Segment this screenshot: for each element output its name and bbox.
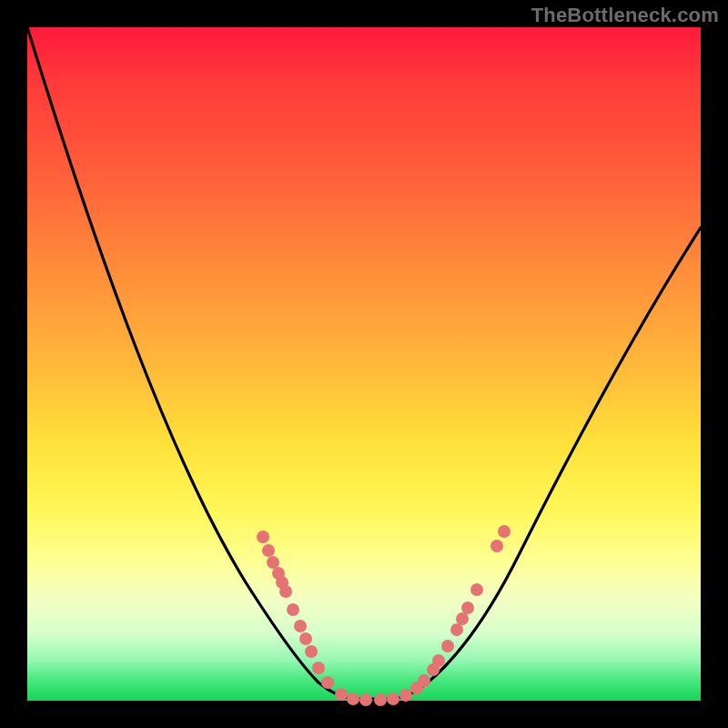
data-dot — [347, 693, 359, 705]
data-dot — [461, 602, 474, 614]
bottleneck-curve — [27, 27, 701, 699]
data-dot — [498, 525, 511, 538]
data-dot — [279, 585, 292, 598]
data-dot — [387, 693, 399, 705]
chart-frame: TheBottleneck.com — [0, 0, 728, 728]
data-dot — [432, 654, 445, 667]
data-dot — [359, 693, 372, 706]
data-dot — [441, 640, 454, 652]
data-dot — [456, 612, 469, 625]
data-dot — [490, 540, 503, 552]
data-dot — [287, 603, 299, 616]
data-dot — [470, 583, 483, 596]
data-dot — [305, 645, 318, 658]
data-dot — [374, 693, 387, 706]
data-dot — [335, 688, 348, 701]
data-dot — [321, 676, 334, 689]
data-dots — [257, 525, 511, 706]
data-dot — [257, 531, 269, 543]
data-dot — [267, 556, 279, 569]
data-dot — [312, 662, 325, 674]
data-dot — [299, 632, 312, 645]
data-dot — [450, 623, 463, 636]
data-dot — [418, 674, 430, 687]
chart-svg — [27, 27, 701, 701]
data-dot — [262, 544, 275, 557]
watermark-text: TheBottleneck.com — [531, 4, 719, 27]
data-dot — [294, 620, 307, 632]
data-dot — [399, 689, 412, 702]
